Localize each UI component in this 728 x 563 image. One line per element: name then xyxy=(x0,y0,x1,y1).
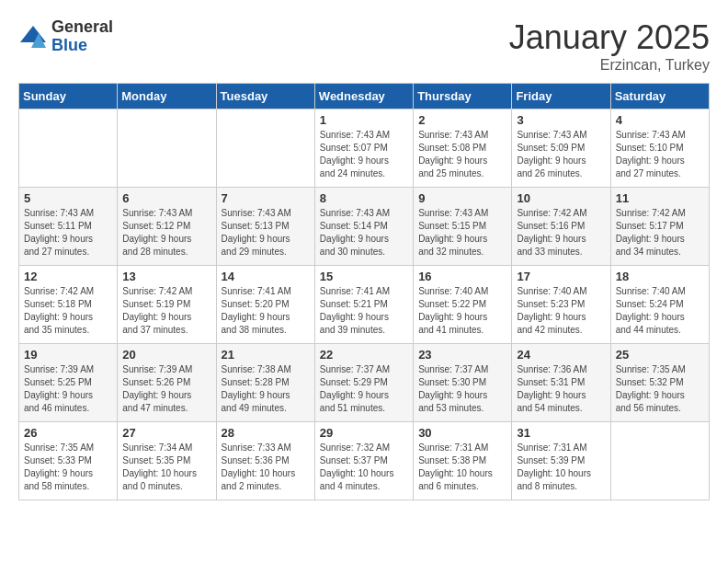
day-number: 14 xyxy=(222,270,310,283)
calendar-week-4: 26Sunrise: 7:35 AM Sunset: 5:33 PM Dayli… xyxy=(19,422,710,500)
calendar-cell: 9Sunrise: 7:43 AM Sunset: 5:15 PM Daylig… xyxy=(414,188,512,266)
calendar-cell xyxy=(610,422,709,500)
calendar-cell: 26Sunrise: 7:35 AM Sunset: 5:33 PM Dayli… xyxy=(19,422,118,500)
day-number: 29 xyxy=(320,426,408,440)
day-info: Sunrise: 7:41 AM Sunset: 5:21 PM Dayligh… xyxy=(320,285,408,337)
day-number: 22 xyxy=(320,348,408,362)
day-info: Sunrise: 7:42 AM Sunset: 5:18 PM Dayligh… xyxy=(24,285,112,337)
day-info: Sunrise: 7:39 AM Sunset: 5:25 PM Dayligh… xyxy=(24,363,112,415)
day-info: Sunrise: 7:40 AM Sunset: 5:24 PM Dayligh… xyxy=(616,285,704,337)
day-info: Sunrise: 7:40 AM Sunset: 5:22 PM Dayligh… xyxy=(418,285,506,337)
day-info: Sunrise: 7:34 AM Sunset: 5:35 PM Dayligh… xyxy=(122,442,210,493)
col-monday: Monday xyxy=(118,84,216,109)
calendar-cell: 27Sunrise: 7:34 AM Sunset: 5:35 PM Dayli… xyxy=(118,422,216,500)
calendar-cell: 1Sunrise: 7:43 AM Sunset: 5:07 PM Daylig… xyxy=(314,109,413,188)
day-number: 7 xyxy=(222,191,310,205)
logo-text: General Blue xyxy=(51,18,113,55)
day-info: Sunrise: 7:42 AM Sunset: 5:19 PM Dayligh… xyxy=(122,285,210,337)
day-info: Sunrise: 7:39 AM Sunset: 5:26 PM Dayligh… xyxy=(122,363,210,415)
calendar-cell: 7Sunrise: 7:43 AM Sunset: 5:13 PM Daylig… xyxy=(216,188,314,266)
day-number: 3 xyxy=(517,113,605,127)
calendar-cell: 28Sunrise: 7:33 AM Sunset: 5:36 PM Dayli… xyxy=(216,422,314,500)
day-number: 26 xyxy=(24,426,112,440)
day-number: 25 xyxy=(616,348,704,362)
calendar-cell: 15Sunrise: 7:41 AM Sunset: 5:21 PM Dayli… xyxy=(314,266,413,344)
day-number: 31 xyxy=(517,426,605,440)
day-info: Sunrise: 7:31 AM Sunset: 5:39 PM Dayligh… xyxy=(517,442,605,493)
day-info: Sunrise: 7:31 AM Sunset: 5:38 PM Dayligh… xyxy=(418,442,506,493)
calendar-cell: 19Sunrise: 7:39 AM Sunset: 5:25 PM Dayli… xyxy=(19,344,118,422)
col-wednesday: Wednesday xyxy=(314,84,413,109)
day-number: 28 xyxy=(222,426,310,440)
calendar-cell: 29Sunrise: 7:32 AM Sunset: 5:37 PM Dayli… xyxy=(314,422,413,500)
calendar-cell: 20Sunrise: 7:39 AM Sunset: 5:26 PM Dayli… xyxy=(118,344,216,422)
calendar-cell: 18Sunrise: 7:40 AM Sunset: 5:24 PM Dayli… xyxy=(610,266,709,344)
day-info: Sunrise: 7:37 AM Sunset: 5:30 PM Dayligh… xyxy=(418,363,506,415)
calendar-cell: 21Sunrise: 7:38 AM Sunset: 5:28 PM Dayli… xyxy=(216,344,314,422)
calendar-week-2: 12Sunrise: 7:42 AM Sunset: 5:18 PM Dayli… xyxy=(19,266,710,344)
day-number: 20 xyxy=(122,348,210,362)
day-info: Sunrise: 7:43 AM Sunset: 5:13 PM Dayligh… xyxy=(222,207,310,259)
title-block: January 2025 Erzincan, Turkey xyxy=(509,18,710,74)
calendar-cell: 30Sunrise: 7:31 AM Sunset: 5:38 PM Dayli… xyxy=(414,422,512,500)
calendar-cell: 22Sunrise: 7:37 AM Sunset: 5:29 PM Dayli… xyxy=(314,344,413,422)
day-number: 21 xyxy=(222,348,310,362)
day-info: Sunrise: 7:32 AM Sunset: 5:37 PM Dayligh… xyxy=(320,442,408,493)
calendar-cell: 5Sunrise: 7:43 AM Sunset: 5:11 PM Daylig… xyxy=(19,188,118,266)
col-saturday: Saturday xyxy=(610,84,709,109)
calendar-cell: 2Sunrise: 7:43 AM Sunset: 5:08 PM Daylig… xyxy=(414,109,512,188)
calendar-cell: 6Sunrise: 7:43 AM Sunset: 5:12 PM Daylig… xyxy=(118,188,216,266)
day-number: 16 xyxy=(418,270,506,283)
day-info: Sunrise: 7:36 AM Sunset: 5:31 PM Dayligh… xyxy=(517,363,605,415)
logo: General Blue xyxy=(18,18,113,55)
logo-icon xyxy=(18,24,48,50)
day-info: Sunrise: 7:43 AM Sunset: 5:12 PM Dayligh… xyxy=(122,207,210,259)
day-number: 8 xyxy=(320,191,408,205)
day-info: Sunrise: 7:42 AM Sunset: 5:17 PM Dayligh… xyxy=(616,207,704,259)
calendar-cell: 8Sunrise: 7:43 AM Sunset: 5:14 PM Daylig… xyxy=(314,188,413,266)
day-number: 4 xyxy=(616,113,704,127)
day-info: Sunrise: 7:43 AM Sunset: 5:14 PM Dayligh… xyxy=(320,207,408,259)
calendar-cell xyxy=(216,109,314,188)
calendar-cell: 10Sunrise: 7:42 AM Sunset: 5:16 PM Dayli… xyxy=(512,188,610,266)
day-number: 17 xyxy=(517,270,605,283)
calendar-cell: 12Sunrise: 7:42 AM Sunset: 5:18 PM Dayli… xyxy=(19,266,118,344)
col-sunday: Sunday xyxy=(19,84,118,109)
day-info: Sunrise: 7:41 AM Sunset: 5:20 PM Dayligh… xyxy=(222,285,310,337)
day-number: 1 xyxy=(320,113,408,127)
calendar-cell: 17Sunrise: 7:40 AM Sunset: 5:23 PM Dayli… xyxy=(512,266,610,344)
col-tuesday: Tuesday xyxy=(216,84,314,109)
calendar-cell xyxy=(19,109,118,188)
svg-marker-0 xyxy=(20,26,46,42)
day-number: 23 xyxy=(418,348,506,362)
month-title: January 2025 xyxy=(509,18,710,57)
calendar-cell xyxy=(118,109,216,188)
page-header: General Blue January 2025 Erzincan, Turk… xyxy=(18,18,710,74)
calendar-cell: 3Sunrise: 7:43 AM Sunset: 5:09 PM Daylig… xyxy=(512,109,610,188)
day-info: Sunrise: 7:43 AM Sunset: 5:08 PM Dayligh… xyxy=(418,129,506,180)
day-info: Sunrise: 7:43 AM Sunset: 5:09 PM Dayligh… xyxy=(517,129,605,180)
day-number: 19 xyxy=(24,348,112,362)
day-info: Sunrise: 7:42 AM Sunset: 5:16 PM Dayligh… xyxy=(517,207,605,259)
calendar-week-3: 19Sunrise: 7:39 AM Sunset: 5:25 PM Dayli… xyxy=(19,344,710,422)
day-number: 18 xyxy=(616,270,704,283)
calendar-week-0: 1Sunrise: 7:43 AM Sunset: 5:07 PM Daylig… xyxy=(19,109,710,188)
day-number: 27 xyxy=(122,426,210,440)
calendar-week-1: 5Sunrise: 7:43 AM Sunset: 5:11 PM Daylig… xyxy=(19,188,710,266)
day-number: 6 xyxy=(122,191,210,205)
day-info: Sunrise: 7:35 AM Sunset: 5:33 PM Dayligh… xyxy=(24,442,112,493)
calendar-cell: 24Sunrise: 7:36 AM Sunset: 5:31 PM Dayli… xyxy=(512,344,610,422)
day-info: Sunrise: 7:35 AM Sunset: 5:32 PM Dayligh… xyxy=(616,363,704,415)
day-number: 12 xyxy=(24,270,112,283)
day-info: Sunrise: 7:38 AM Sunset: 5:28 PM Dayligh… xyxy=(222,363,310,415)
day-number: 10 xyxy=(517,191,605,205)
calendar-body: 1Sunrise: 7:43 AM Sunset: 5:07 PM Daylig… xyxy=(19,109,710,500)
day-number: 30 xyxy=(418,426,506,440)
calendar-cell: 25Sunrise: 7:35 AM Sunset: 5:32 PM Dayli… xyxy=(610,344,709,422)
col-thursday: Thursday xyxy=(414,84,512,109)
calendar: Sunday Monday Tuesday Wednesday Thursday… xyxy=(18,83,710,500)
header-row: Sunday Monday Tuesday Wednesday Thursday… xyxy=(19,84,710,109)
calendar-cell: 31Sunrise: 7:31 AM Sunset: 5:39 PM Dayli… xyxy=(512,422,610,500)
calendar-cell: 16Sunrise: 7:40 AM Sunset: 5:22 PM Dayli… xyxy=(414,266,512,344)
day-number: 9 xyxy=(418,191,506,205)
